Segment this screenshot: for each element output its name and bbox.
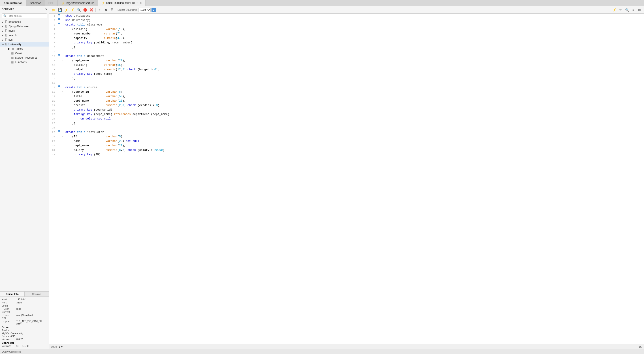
tab-schemas[interactable]: Schemas (26, 0, 45, 6)
code-line-26[interactable]: 26 (49, 126, 644, 130)
wrap-btn[interactable]: ≡ (630, 7, 636, 12)
db-icon: 🗄 (5, 29, 8, 32)
sidebar-item-tables[interactable]: ▶ ▦ Tables (0, 46, 49, 51)
code-line-19[interactable]: 19 title varchar(50), (49, 94, 644, 99)
line-collapse-btn[interactable]: − (61, 134, 64, 139)
code-line-16[interactable]: 16 (49, 81, 644, 85)
sidebar-item-functions[interactable]: ▦ Functions (0, 60, 49, 64)
sidebar-item-search[interactable]: ▶ 🗄 search (0, 33, 49, 38)
code-line-12[interactable]: 12 building varchar(15), (49, 63, 644, 67)
tab-small-file[interactable]: ⚡ smallRelationsInsertFile * ✕ (98, 0, 146, 6)
line-content: primary key (dept_name) (64, 72, 644, 76)
find-btn[interactable]: 🔍 (76, 7, 82, 12)
zoom-value: 100% (51, 346, 57, 348)
sidebar-item-university[interactable]: ▼ 🗄 University (0, 42, 49, 46)
code-line-30[interactable]: 30 dept_name varchar(20), (49, 144, 644, 148)
code-line-22[interactable]: 22 primary key (course_id), (49, 108, 644, 112)
code-line-17[interactable]: 17create table course (49, 85, 644, 90)
line-collapse-btn[interactable]: − (61, 90, 64, 94)
code-line-14[interactable]: 14 primary key (dept_name) (49, 72, 644, 76)
db-btn[interactable]: 🗄 (110, 7, 115, 12)
pen-btn[interactable]: ✏ (618, 7, 624, 12)
line-collapse-btn[interactable]: − (61, 27, 64, 32)
sidebar-item-database1[interactable]: ▶ 🗄 database1 (0, 20, 49, 24)
code-line-5[interactable]: 5 room_number varchar(7), (49, 32, 644, 36)
line-content (64, 126, 644, 130)
func-icon: ▦ (11, 61, 14, 64)
refresh-icon[interactable]: ↻ (45, 8, 47, 10)
check-btn[interactable]: ✔ (97, 7, 102, 12)
zoom-in-btn[interactable]: 🔍 (624, 7, 630, 12)
code-line-31[interactable]: 31 salary numeric(8,2) check (salary > 2… (49, 148, 644, 152)
line-collapse-btn[interactable]: − (61, 58, 64, 63)
sidebar-item-mydb[interactable]: ▶ 🗄 mydb (0, 29, 49, 33)
code-editor[interactable]: 1show databases;2use University;3create … (49, 14, 644, 344)
tab-ddl[interactable]: DDL (45, 0, 58, 6)
line-dot-indicator (57, 22, 61, 24)
line-number: 11 (49, 58, 57, 63)
code-line-20[interactable]: 20 dept_name varchar(20), (49, 99, 644, 103)
code-line-24[interactable]: 24 on delete set null (49, 116, 644, 121)
tab-session[interactable]: Session (24, 292, 49, 296)
code-line-11[interactable]: 11− (dept_name varchar(20), (49, 58, 644, 63)
limit-select: Limit to 1000 rows 1000 500 200 100 ▶ (118, 8, 156, 12)
sidebar-item-views[interactable]: ▦ Views (0, 51, 49, 56)
code-line-25[interactable]: 25 ); (49, 121, 644, 126)
code-line-4[interactable]: 4− (building varchar(15), (49, 27, 644, 32)
execute-btn[interactable]: ⚡ (64, 7, 69, 12)
code-line-23[interactable]: 23 foreign key (dept_name) references de… (49, 112, 644, 116)
format-btn[interactable]: ⊞ (637, 7, 642, 12)
limit-apply-btn[interactable]: ▶ (152, 8, 156, 12)
search-input[interactable] (8, 14, 46, 17)
code-line-1[interactable]: 1show databases; (49, 14, 644, 18)
code-line-15[interactable]: 15 ); (49, 76, 644, 81)
position-indicator: 1:9 (639, 346, 642, 348)
code-line-21[interactable]: 21 credits numeric(2,0) check (credits >… (49, 103, 644, 108)
line-number: 25 (49, 121, 57, 126)
sidebar: SCHEMAS ↻ 🔍 ▶ 🗄 database1 ▶ 🗄 DjangoData… (0, 6, 49, 349)
line-content: building varchar(15), (64, 63, 644, 67)
line-content: dept_name varchar(20), (64, 99, 644, 103)
cancel-btn[interactable]: ✖ (103, 7, 108, 12)
search-box[interactable]: 🔍 (2, 14, 47, 18)
line-content: create table department (64, 54, 644, 58)
sidebar-item-stored-procedures[interactable]: ▦ Stored Procedures (0, 56, 49, 60)
code-line-29[interactable]: 29 name varchar(20) not null, (49, 139, 644, 144)
remove-btn[interactable]: ❌ (88, 7, 94, 12)
code-line-8[interactable]: 8 ); (49, 45, 644, 50)
code-line-32[interactable]: 32 primary key (ID), (49, 152, 644, 157)
save-btn[interactable]: 💾 (57, 7, 63, 12)
close-tab-icon[interactable]: ✕ (140, 2, 142, 4)
tab-object-info[interactable]: Object Info (0, 292, 24, 296)
code-line-27[interactable]: 27create table instructor (49, 130, 644, 134)
editor-area: 📁 💾 ⚡ ⚡ 🔍 🔴 ❌ ✔ ✖ 🗄 Limit to 1000 rows 1… (49, 6, 644, 349)
code-line-2[interactable]: 2use University; (49, 18, 644, 22)
line-content (64, 81, 644, 85)
code-line-18[interactable]: 18− (course_id varchar(8), (49, 90, 644, 94)
db-icon: 🗄 (5, 43, 8, 46)
code-line-6[interactable]: 6 capacity numeric(4,0), (49, 36, 644, 40)
line-number: 15 (49, 76, 57, 81)
zoom-stepper[interactable]: ▲▼ (58, 346, 63, 348)
sidebar-item-djangodatabase[interactable]: ▶ 🗄 DjangoDatabase (0, 24, 49, 29)
line-content: create table classroom (64, 22, 644, 27)
code-line-28[interactable]: 28− (ID varchar(5), (49, 134, 644, 139)
folder-open-btn[interactable]: 📁 (51, 7, 56, 12)
sidebar-item-sys[interactable]: ▶ 🗄 sys (0, 38, 49, 42)
lightning-btn[interactable]: ⚡ (612, 7, 617, 12)
tab-bar: Administration Schemas DDL ⚡ largeRelati… (0, 0, 644, 6)
stop-btn[interactable]: 🔴 (82, 7, 88, 12)
execute-alt-btn[interactable]: ⚡ (70, 7, 75, 12)
line-content: primary key (building, room_number) (64, 40, 644, 45)
line-number: 22 (49, 108, 57, 112)
code-line-7[interactable]: 7 primary key (building, room_number) (49, 40, 644, 45)
line-dot-indicator (57, 54, 61, 56)
code-line-13[interactable]: 13 budget numeric(12,2) check (budget > … (49, 67, 644, 72)
code-line-9[interactable]: 9 (49, 50, 644, 54)
line-number: 21 (49, 103, 57, 108)
limit-dropdown[interactable]: 1000 500 200 100 (138, 8, 150, 12)
tab-administration[interactable]: Administration (0, 0, 26, 6)
code-line-10[interactable]: 10create table department (49, 54, 644, 58)
tab-large-file[interactable]: ⚡ largeRelationsInsertFile (58, 0, 98, 6)
code-line-3[interactable]: 3create table classroom (49, 22, 644, 27)
